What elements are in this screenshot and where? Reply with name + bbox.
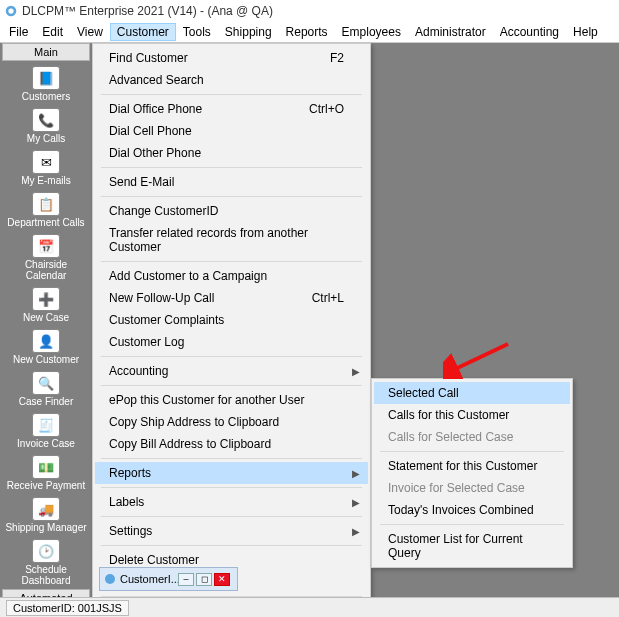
menu-item-label: Send E-Mail	[109, 175, 174, 189]
sidebar-item-label: Chairside Calendar	[4, 259, 88, 281]
sidebar-item-chairside-calendar[interactable]: 📅Chairside Calendar	[4, 232, 88, 284]
menu-item-copy-ship-address-to-clipboard[interactable]: Copy Ship Address to Clipboard	[95, 411, 368, 433]
menu-item-shortcut: Ctrl+O	[309, 102, 344, 116]
menu-reports[interactable]: Reports	[279, 23, 335, 41]
menu-item-shortcut: Ctrl+L	[312, 291, 344, 305]
maximize-button[interactable]: ◻	[196, 573, 212, 586]
menu-item-find-customer[interactable]: Find CustomerF2	[95, 47, 368, 69]
menu-accounting[interactable]: Accounting	[493, 23, 566, 41]
menu-item-label: Delete Customer	[109, 553, 199, 567]
menu-item-calls-for-selected-case: Calls for Selected Case	[374, 426, 570, 448]
menu-tools[interactable]: Tools	[176, 23, 218, 41]
menu-separator	[101, 94, 362, 95]
menu-item-advanced-search[interactable]: Advanced Search	[95, 69, 368, 91]
sidebar-item-new-customer[interactable]: 👤New Customer	[4, 327, 88, 368]
menu-help[interactable]: Help	[566, 23, 605, 41]
sidebar-item-my-e-mails[interactable]: ✉My E-mails	[4, 148, 88, 189]
menu-item-epop-this-customer-for-another-user[interactable]: ePop this Customer for another User	[95, 389, 368, 411]
sidebar-item-receive-payment[interactable]: 💵Receive Payment	[4, 453, 88, 494]
menu-item-label: Customer Log	[109, 335, 184, 349]
menu-item-customer-log[interactable]: Customer Log	[95, 331, 368, 353]
menu-administrator[interactable]: Administrator	[408, 23, 493, 41]
menu-item-label: Copy Bill Address to Clipboard	[109, 437, 271, 451]
sidebar-item-shipping-manager[interactable]: 🚚Shipping Manager	[4, 495, 88, 536]
svg-point-4	[105, 574, 115, 584]
sidebar-item-invoice-case[interactable]: 🧾Invoice Case	[4, 411, 88, 452]
menu-item-dial-office-phone[interactable]: Dial Office PhoneCtrl+O	[95, 98, 368, 120]
menu-separator	[101, 196, 362, 197]
menu-item-shortcut: F2	[330, 51, 344, 65]
menu-item-label: Calls for this Customer	[388, 408, 509, 422]
window-title: DLCPM™ Enterprise 2021 (V14) - (Ana @ QA…	[22, 4, 273, 18]
menu-shipping[interactable]: Shipping	[218, 23, 279, 41]
menu-separator	[101, 356, 362, 357]
status-bar: CustomerID: 001JSJS	[0, 597, 619, 617]
menu-customer[interactable]: Customer	[110, 23, 176, 41]
menu-employees[interactable]: Employees	[335, 23, 408, 41]
menu-item-copy-bill-address-to-clipboard[interactable]: Copy Bill Address to Clipboard	[95, 433, 368, 455]
menu-item-customer-list-for-current-query[interactable]: Customer List for Current Query	[374, 528, 570, 564]
close-button[interactable]: ✕	[214, 573, 230, 586]
mdi-child-window[interactable]: CustomerI... – ◻ ✕	[99, 567, 238, 591]
menu-item-add-customer-to-a-campaign[interactable]: Add Customer to a Campaign	[95, 265, 368, 287]
sidebar-header-main[interactable]: Main	[2, 43, 90, 61]
sidebar-item-customers[interactable]: 📘Customers	[4, 64, 88, 105]
menu-item-selected-call[interactable]: Selected Call	[374, 382, 570, 404]
menu-item-label: Dial Other Phone	[109, 146, 201, 160]
menu-view[interactable]: View	[70, 23, 110, 41]
sidebar: Main 📘Customers📞My Calls✉My E-mails📋Depa…	[2, 43, 90, 617]
menu-item-settings[interactable]: Settings▶	[95, 520, 368, 542]
menu-separator	[101, 385, 362, 386]
menu-item-label: Transfer related records from another Cu…	[109, 226, 344, 254]
minimize-button[interactable]: –	[178, 573, 194, 586]
menu-item-today-s-invoices-combined[interactable]: Today's Invoices Combined	[374, 499, 570, 521]
sidebar-item-department-calls[interactable]: 📋Department Calls	[4, 190, 88, 231]
menu-item-statement-for-this-customer[interactable]: Statement for this Customer	[374, 455, 570, 477]
menu-item-accounting[interactable]: Accounting▶	[95, 360, 368, 382]
menu-file[interactable]: File	[2, 23, 35, 41]
menu-item-change-customerid[interactable]: Change CustomerID	[95, 200, 368, 222]
sidebar-item-label: Shipping Manager	[5, 522, 86, 533]
menu-item-customer-complaints[interactable]: Customer Complaints	[95, 309, 368, 331]
sidebar-item-label: Invoice Case	[17, 438, 75, 449]
sidebar-item-label: Case Finder	[19, 396, 73, 407]
svg-line-3	[451, 344, 508, 371]
svg-point-1	[8, 8, 13, 13]
menu-item-dial-cell-phone[interactable]: Dial Cell Phone	[95, 120, 368, 142]
sidebar-icon: 📅	[32, 234, 60, 258]
menu-item-label: Add Customer to a Campaign	[109, 269, 267, 283]
menu-item-label: Reports	[109, 466, 151, 480]
sidebar-item-my-calls[interactable]: 📞My Calls	[4, 106, 88, 147]
sidebar-item-label: My Calls	[27, 133, 65, 144]
menu-separator	[380, 451, 564, 452]
menu-item-label: Customer Complaints	[109, 313, 224, 327]
sidebar-icon: 📘	[32, 66, 60, 90]
sidebar-item-case-finder[interactable]: 🔍Case Finder	[4, 369, 88, 410]
menu-item-label: Invoice for Selected Case	[388, 481, 525, 495]
menu-item-send-e-mail[interactable]: Send E-Mail	[95, 171, 368, 193]
sidebar-item-new-case[interactable]: ➕New Case	[4, 285, 88, 326]
menu-item-label: Statement for this Customer	[388, 459, 537, 473]
reports-submenu: Selected CallCalls for this CustomerCall…	[371, 378, 573, 568]
menu-item-reports[interactable]: Reports▶	[95, 462, 368, 484]
menu-edit[interactable]: Edit	[35, 23, 70, 41]
menu-item-label: New Follow-Up Call	[109, 291, 214, 305]
sidebar-icon: 📋	[32, 192, 60, 216]
title-bar: DLCPM™ Enterprise 2021 (V14) - (Ana @ QA…	[0, 0, 619, 22]
chevron-right-icon: ▶	[352, 497, 360, 508]
sidebar-icon: 🔍	[32, 371, 60, 395]
menu-item-new-follow-up-call[interactable]: New Follow-Up CallCtrl+L	[95, 287, 368, 309]
menu-separator	[101, 261, 362, 262]
customer-menu-dropdown: Find CustomerF2Advanced SearchDial Offic…	[92, 43, 371, 617]
menu-item-transfer-related-records-from-another-customer[interactable]: Transfer related records from another Cu…	[95, 222, 368, 258]
menu-item-dial-other-phone[interactable]: Dial Other Phone	[95, 142, 368, 164]
menu-item-label: Calls for Selected Case	[388, 430, 513, 444]
menu-separator	[101, 516, 362, 517]
sidebar-icon: 🚚	[32, 497, 60, 521]
menu-item-calls-for-this-customer[interactable]: Calls for this Customer	[374, 404, 570, 426]
menu-item-labels[interactable]: Labels▶	[95, 491, 368, 513]
sidebar-item-schedule-dashboard[interactable]: 🕑Schedule Dashboard	[4, 537, 88, 589]
sidebar-icon: ✉	[32, 150, 60, 174]
sidebar-icon: 🕑	[32, 539, 60, 563]
menu-item-label: Settings	[109, 524, 152, 538]
